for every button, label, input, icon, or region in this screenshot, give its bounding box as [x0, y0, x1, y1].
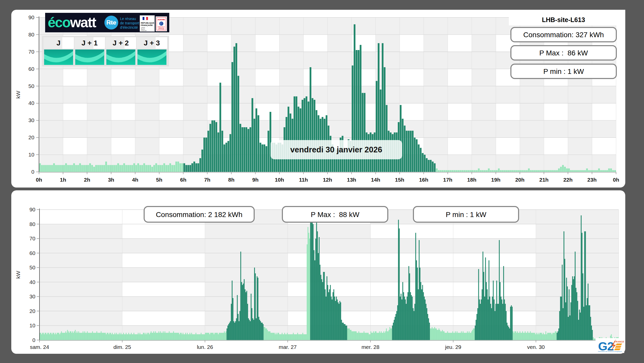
svg-text:Rte: Rte [106, 19, 116, 26]
svg-text:19h: 19h [491, 177, 500, 183]
svg-text:22h: 22h [563, 177, 572, 183]
svg-text:10: 10 [29, 322, 35, 328]
svg-text:d'électricité: d'électricité [120, 25, 138, 30]
svg-text:de transport: de transport [120, 21, 139, 25]
svg-text:16h: 16h [419, 177, 428, 183]
svg-text:90: 90 [28, 14, 34, 20]
svg-text:1h: 1h [60, 177, 66, 183]
svg-text:18h: 18h [467, 177, 476, 183]
svg-text:13h: 13h [347, 177, 356, 183]
svg-text:Optimisation des ressources én: Optimisation des ressources énergétiques [598, 351, 622, 352]
svg-text:90: 90 [29, 207, 35, 212]
svg-text:21h: 21h [539, 177, 549, 183]
svg-text:FRANÇAISE: FRANÇAISE [141, 24, 153, 26]
svg-text:40: 40 [29, 279, 35, 285]
svg-text:Consommation: 2 182 kWh: Consommation: 2 182 kWh [156, 211, 243, 219]
svg-text:mar. 27: mar. 27 [279, 344, 297, 350]
svg-text:9h: 9h [252, 177, 259, 183]
svg-text:ven. 30: ven. 30 [527, 344, 545, 350]
svg-text:10: 10 [28, 152, 34, 158]
svg-text:20: 20 [29, 308, 35, 314]
svg-text:30: 30 [28, 117, 34, 123]
svg-text:AGENCE DE LA: AGENCE DE LA [158, 26, 165, 27]
svg-text:Fraternité: Fraternité [141, 30, 147, 31]
svg-text:P Max : 88 kW: P Max : 88 kW [311, 211, 360, 219]
svg-text:RÉPUBLIQUE: RÉPUBLIQUE [141, 22, 154, 24]
svg-text:0: 0 [31, 169, 34, 175]
svg-text:5h: 5h [156, 177, 163, 183]
svg-text:60: 60 [28, 66, 34, 72]
svg-text:P Max : 86 kW: P Max : 86 kW [539, 49, 588, 57]
svg-text:6h: 6h [180, 177, 186, 183]
svg-text:P min : 1 kW: P min : 1 kW [446, 211, 487, 219]
svg-text:lun. 26: lun. 26 [197, 344, 213, 350]
svg-text:FRANCE: FRANCE [614, 340, 624, 343]
svg-text:80: 80 [29, 221, 35, 227]
svg-text:ÉCOLOGIQUE: ÉCOLOGIQUE [158, 28, 165, 30]
svg-text:dim. 25: dim. 25 [113, 344, 131, 350]
svg-text:J + 2: J + 2 [113, 39, 129, 47]
svg-text:LHB-site-L613: LHB-site-L613 [542, 16, 585, 23]
svg-text:40: 40 [28, 100, 34, 106]
svg-text:8h: 8h [228, 177, 235, 183]
svg-text:sam. 24: sam. 24 [30, 344, 49, 350]
svg-text:vendredi 30 janvier 2026: vendredi 30 janvier 2026 [290, 145, 382, 154]
svg-text:J + 1: J + 1 [82, 39, 98, 47]
svg-text:50: 50 [28, 83, 34, 89]
svg-text:0h: 0h [613, 177, 619, 183]
svg-text:10h: 10h [275, 177, 284, 183]
svg-text:20: 20 [28, 134, 34, 140]
svg-text:3h: 3h [108, 177, 114, 183]
svg-text:11h: 11h [299, 177, 308, 183]
svg-text:kW: kW [15, 91, 21, 99]
svg-text:2h: 2h [84, 177, 90, 183]
svg-text:P min : 1 kW: P min : 1 kW [543, 67, 584, 75]
svg-text:Le réseau: Le réseau [120, 17, 136, 21]
svg-text:12h: 12h [323, 177, 332, 183]
svg-text:14h: 14h [371, 177, 380, 183]
svg-text:20h: 20h [515, 177, 524, 183]
svg-text:J: J [56, 39, 61, 47]
svg-text:60: 60 [29, 250, 35, 256]
svg-text:TRANSITION: TRANSITION [158, 28, 164, 29]
svg-text:0h: 0h [36, 177, 42, 183]
svg-text:7h: 7h [204, 177, 211, 183]
svg-text:Consommation: 327 kWh: Consommation: 327 kWh [523, 31, 604, 39]
svg-text:17h: 17h [443, 177, 452, 183]
svg-text:70: 70 [28, 49, 34, 55]
svg-text:kW: kW [15, 271, 21, 279]
svg-text:mer. 28: mer. 28 [361, 344, 379, 350]
svg-text:80: 80 [28, 32, 34, 37]
svg-text:70: 70 [29, 236, 35, 241]
svg-text:4h: 4h [132, 177, 138, 183]
svg-text:23h: 23h [587, 177, 597, 183]
svg-text:J + 3: J + 3 [144, 39, 160, 47]
svg-text:ADEME: ADEME [158, 18, 165, 21]
svg-text:écowatt: écowatt [48, 14, 96, 30]
svg-text:30: 30 [29, 293, 35, 299]
svg-text:jeu. 29: jeu. 29 [445, 344, 461, 350]
svg-text:0: 0 [32, 337, 35, 343]
svg-text:50: 50 [29, 264, 35, 270]
svg-text:15h: 15h [395, 177, 404, 183]
